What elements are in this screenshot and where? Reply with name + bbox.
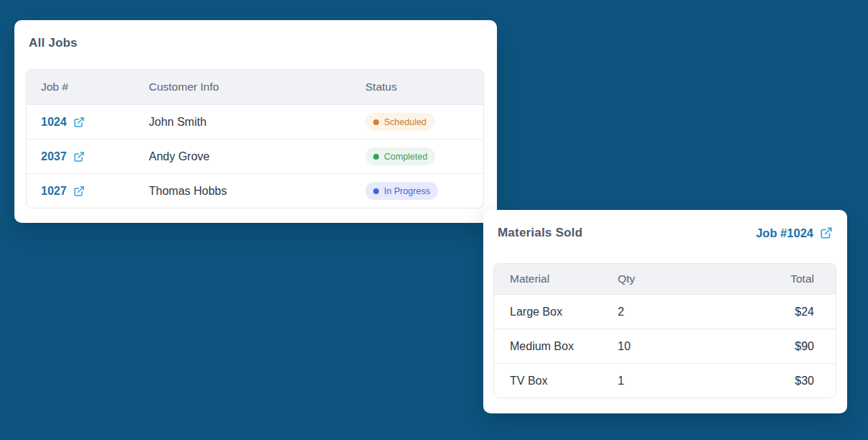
- job-number-text: 1024: [41, 116, 67, 129]
- all-jobs-card-header: All Jobs: [14, 20, 497, 50]
- material-total: $24: [769, 306, 814, 318]
- materials-sold-title: Materials Sold: [498, 226, 583, 240]
- status-badge: Scheduled: [365, 113, 434, 131]
- table-row: 1027 Thomas Hobbs In Progress: [27, 173, 483, 208]
- status-dot-icon: [373, 188, 379, 194]
- material-qty: 10: [618, 340, 682, 353]
- jobs-header-status: Status: [365, 81, 483, 93]
- material-qty: 2: [618, 306, 682, 318]
- job-number-link[interactable]: 1024: [41, 116, 85, 129]
- external-link-icon[interactable]: [73, 151, 85, 162]
- materials-sold-card: Materials Sold Job #1024 Material Qty To…: [483, 210, 847, 413]
- status-dot-icon: [373, 119, 379, 125]
- jobs-table-header-row: Job # Customer Info Status: [27, 70, 483, 104]
- table-row: TV Box 1 $30: [494, 363, 836, 398]
- job-number-text: 1027: [41, 185, 67, 198]
- table-row: Large Box 2 $24: [494, 294, 836, 329]
- materials-card-header: Materials Sold Job #1024: [483, 210, 847, 240]
- dashboard-page: { "jobs_card": { "title": "All Jobs", "h…: [0, 0, 868, 440]
- job-number-link[interactable]: 1027: [41, 185, 85, 198]
- jobs-header-job-number: Job #: [41, 81, 149, 93]
- table-row: 2037 Andy Grove Completed: [27, 139, 483, 173]
- job-number-link[interactable]: 2037: [41, 150, 85, 163]
- table-row: 1024 John Smith Scheduled: [27, 104, 483, 139]
- material-total: $30: [769, 375, 814, 388]
- material-name: Medium Box: [510, 340, 618, 353]
- job-link-text: Job #1024: [756, 226, 813, 240]
- job-number-text: 2037: [41, 150, 67, 163]
- material-total: $90: [769, 340, 814, 353]
- customer-name: Thomas Hobbs: [149, 185, 257, 198]
- materials-header-total: Total: [769, 272, 814, 285]
- status-label: Scheduled: [384, 117, 426, 127]
- material-name: TV Box: [510, 375, 618, 388]
- materials-header-material: Material: [510, 272, 618, 285]
- status-label: In Progress: [384, 186, 430, 196]
- materials-header-qty: Qty: [618, 272, 682, 285]
- external-link-icon[interactable]: [73, 116, 85, 128]
- all-jobs-title: All Jobs: [29, 36, 78, 50]
- jobs-table: Job # Customer Info Status 1024 John Smi…: [26, 69, 484, 208]
- material-name: Large Box: [510, 306, 618, 318]
- all-jobs-card: All Jobs Job # Customer Info Status 1024…: [14, 20, 497, 223]
- external-link-icon[interactable]: [820, 226, 833, 239]
- customer-name: John Smith: [149, 116, 257, 129]
- status-badge: Completed: [365, 147, 435, 165]
- external-link-icon[interactable]: [73, 185, 85, 197]
- status-badge: In Progress: [365, 182, 438, 200]
- status-label: Completed: [384, 152, 427, 162]
- materials-table: Material Qty Total Large Box 2 $24 Mediu…: [493, 263, 836, 398]
- table-row: Medium Box 10 $90: [494, 329, 836, 363]
- jobs-header-customer-info: Customer Info: [149, 81, 257, 93]
- status-dot-icon: [373, 154, 379, 160]
- job-1024-link[interactable]: Job #1024: [756, 226, 833, 240]
- customer-name: Andy Grove: [149, 150, 257, 163]
- material-qty: 1: [618, 375, 682, 388]
- materials-table-header-row: Material Qty Total: [494, 264, 836, 294]
